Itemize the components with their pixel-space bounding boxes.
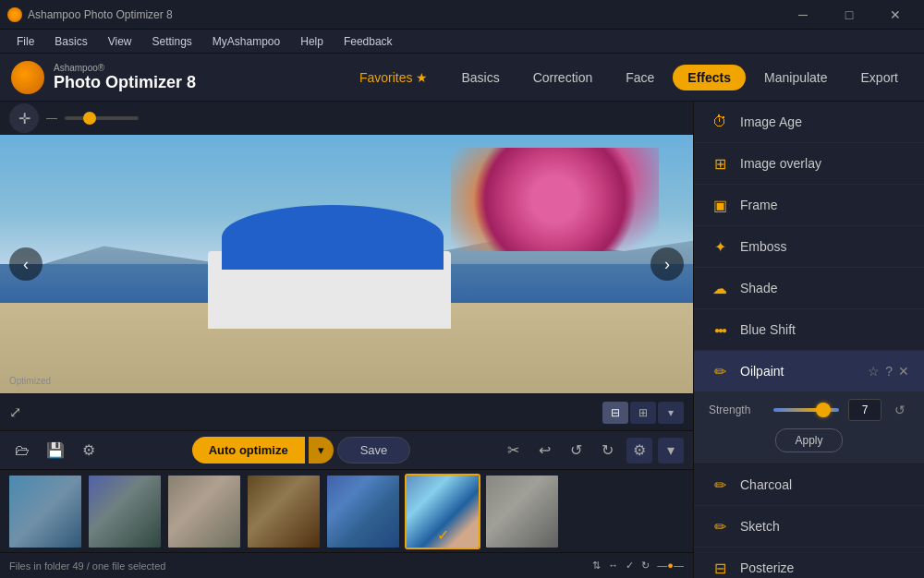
- titlebar-left: Ashampoo Photo Optimizer 8: [7, 7, 173, 22]
- image-bottom-toolbar: ⤢ ⊟ ⊞ ▾: [0, 393, 693, 430]
- strength-value[interactable]: 7: [848, 399, 881, 421]
- save-as-icon[interactable]: 💾: [43, 438, 68, 464]
- resize-icon[interactable]: ↔: [608, 560, 618, 572]
- menu-feedback[interactable]: Feedback: [334, 33, 402, 50]
- edit-icon[interactable]: ⚙: [76, 438, 102, 464]
- effect-sketch[interactable]: ✏ Sketch: [694, 506, 924, 548]
- oilpaint-favorite-icon[interactable]: ☆: [868, 364, 880, 379]
- effect-shade-label: Shade: [740, 281, 777, 295]
- effect-posterize[interactable]: ⊟ Posterize: [694, 548, 924, 578]
- effect-frame-label: Frame: [740, 198, 777, 212]
- shade-icon: ☁: [709, 277, 731, 299]
- expand-icon[interactable]: ⤢: [9, 403, 21, 421]
- open-icon[interactable]: 🗁: [9, 438, 35, 464]
- split-view-button[interactable]: ⊞: [630, 402, 656, 424]
- filmstrip-thumb-1[interactable]: [7, 474, 83, 549]
- image-age-icon: ⏱: [709, 111, 731, 133]
- zoom-thumb[interactable]: [83, 112, 96, 125]
- effect-oilpaint[interactable]: ✏ Oilpaint ☆ ? ✕: [694, 351, 924, 391]
- menu-help[interactable]: Help: [291, 33, 333, 50]
- oilpaint-help-icon[interactable]: ?: [885, 364, 893, 379]
- effect-frame[interactable]: ▣ Frame: [694, 185, 924, 226]
- rotate-left-icon[interactable]: ↺: [564, 438, 590, 464]
- oilpaint-controls: Strength 7 ↺ Apply: [694, 391, 924, 464]
- status-text: Files in folder 49 / one file selected: [9, 560, 165, 572]
- menu-myashampoo[interactable]: MyAshampoo: [203, 33, 289, 50]
- tab-effects[interactable]: Effects: [673, 65, 746, 90]
- menu-settings[interactable]: Settings: [142, 33, 201, 50]
- effect-oilpaint-label: Oilpaint: [740, 364, 784, 379]
- menu-file[interactable]: File: [7, 33, 43, 50]
- zoom-min-label: —: [46, 112, 57, 125]
- auto-optimize-arrow[interactable]: ▾: [309, 437, 334, 464]
- tab-face[interactable]: Face: [611, 65, 669, 90]
- effect-blue-shift[interactable]: ●●● Blue Shift: [694, 309, 924, 351]
- rotate-right-icon[interactable]: ↻: [595, 438, 621, 464]
- tab-basics[interactable]: Basics: [446, 65, 514, 90]
- strength-slider[interactable]: [773, 408, 839, 412]
- tab-favorites[interactable]: Favorites ★: [345, 65, 443, 90]
- filmstrip-thumb-2[interactable]: [87, 474, 163, 549]
- church-dome: [222, 205, 444, 270]
- menu-view[interactable]: View: [99, 33, 141, 50]
- statusbar-icons: ⇅ ↔ ✓ ↻ —●—: [592, 560, 684, 572]
- filmstrip-thumb-4[interactable]: [246, 474, 322, 549]
- logo-text: Ashampoo® Photo Optimizer 8: [54, 63, 196, 92]
- pan-control[interactable]: ✛: [9, 103, 39, 133]
- effect-image-age[interactable]: ⏱ Image Age: [694, 102, 924, 143]
- effect-shade[interactable]: ☁ Shade: [694, 268, 924, 309]
- filmstrip-thumb-6[interactable]: ✓: [405, 474, 480, 549]
- filmstrip-thumb-3[interactable]: [166, 474, 242, 549]
- strength-reset-button[interactable]: ↺: [891, 401, 909, 419]
- effects-panel: ⏱ Image Age ⊞ Image overlay ▣ Frame ✦ Em…: [693, 102, 924, 578]
- options-arrow[interactable]: ▾: [658, 402, 684, 424]
- logo-area: Ashampoo® Photo Optimizer 8: [11, 61, 345, 94]
- zoom-slider[interactable]: [65, 116, 139, 120]
- prev-image-button[interactable]: ‹: [9, 247, 43, 281]
- check-icon[interactable]: ✓: [626, 560, 634, 572]
- next-image-button[interactable]: ›: [650, 247, 684, 281]
- effect-image-overlay[interactable]: ⊞ Image overlay: [694, 143, 924, 185]
- filmstrip-thumb-7[interactable]: [484, 474, 560, 549]
- app-icon: [7, 7, 22, 22]
- menu-basics[interactable]: Basics: [45, 33, 96, 50]
- effect-emboss[interactable]: ✦ Emboss: [694, 226, 924, 268]
- close-button[interactable]: ✕: [874, 0, 917, 30]
- nav-tabs: Favorites ★ Basics Correction Face Effec…: [345, 65, 913, 90]
- tab-export[interactable]: Export: [846, 65, 913, 90]
- app-title: Ashampoo Photo Optimizer 8: [28, 8, 173, 21]
- effect-image-age-label: Image Age: [740, 114, 802, 129]
- image-overlay-icon: ⊞: [709, 152, 731, 175]
- crop-icon[interactable]: ✂: [501, 438, 527, 464]
- settings-icon[interactable]: ⚙: [626, 438, 652, 464]
- undo-icon[interactable]: ↩: [532, 438, 558, 464]
- tab-manipulate[interactable]: Manipulate: [749, 65, 843, 90]
- single-view-button[interactable]: ⊟: [602, 402, 628, 424]
- oilpaint-close-icon[interactable]: ✕: [898, 364, 909, 379]
- posterize-icon: ⊟: [709, 557, 731, 578]
- oilpaint-action-icons: ☆ ? ✕: [868, 364, 909, 379]
- maximize-button[interactable]: □: [828, 0, 870, 30]
- filmstrip-thumb-5[interactable]: [325, 474, 401, 549]
- more-options-icon[interactable]: ▾: [658, 438, 684, 464]
- refresh-icon[interactable]: ↻: [641, 560, 650, 572]
- titlebar: Ashampoo Photo Optimizer 8 ─ □ ✕: [0, 0, 924, 30]
- effect-image-overlay-label: Image overlay: [740, 156, 821, 171]
- effect-charcoal[interactable]: ✏ Charcoal: [694, 464, 924, 506]
- effect-posterize-label: Posterize: [740, 560, 794, 575]
- minimize-button[interactable]: ─: [782, 0, 824, 30]
- auto-optimize-button[interactable]: Auto optimize: [192, 437, 305, 464]
- sort-icon[interactable]: ⇅: [592, 560, 601, 572]
- strength-slider-thumb[interactable]: [816, 403, 831, 417]
- apply-button[interactable]: Apply: [775, 428, 842, 452]
- selected-check-icon: ✓: [437, 526, 449, 544]
- tab-correction[interactable]: Correction: [518, 65, 608, 90]
- effect-emboss-label: Emboss: [740, 239, 787, 254]
- blue-shift-icon: ●●●: [709, 319, 731, 341]
- save-button[interactable]: Save: [337, 437, 411, 464]
- emboss-icon: ✦: [709, 235, 731, 258]
- image-area: ✛ — Optimized: [0, 102, 693, 578]
- action-left: 🗁 💾 ⚙: [9, 438, 102, 464]
- effect-sketch-label: Sketch: [740, 519, 780, 534]
- menubar: File Basics View Settings MyAshampoo Hel…: [0, 30, 924, 54]
